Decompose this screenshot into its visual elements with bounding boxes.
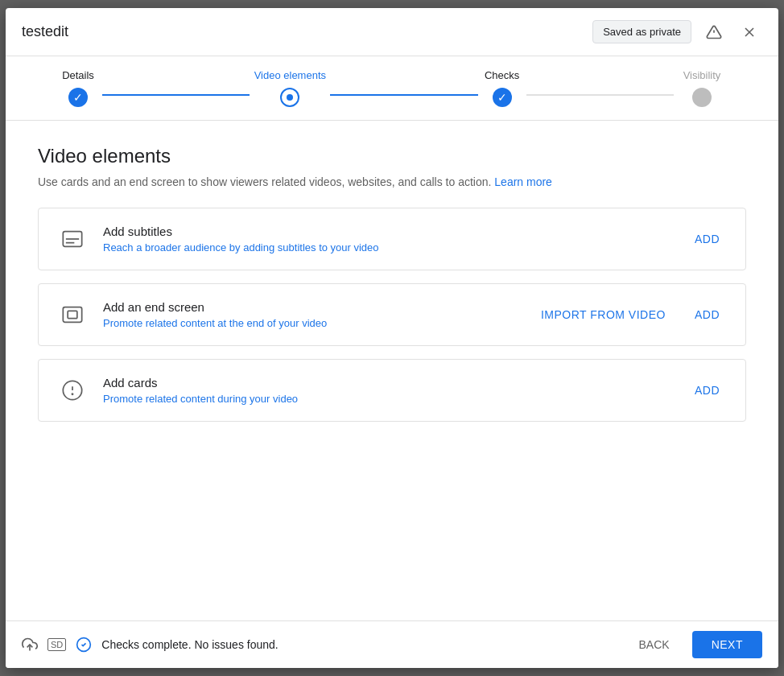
end-screen-title: Add an end screen — [103, 300, 518, 314]
page-description: Use cards and an end screen to show view… — [38, 175, 746, 188]
modal-title: testedit — [22, 23, 68, 40]
step-checks[interactable]: Checks ✓ — [478, 69, 526, 107]
saved-badge: Saved as private — [592, 20, 691, 43]
close-button[interactable] — [737, 19, 762, 45]
checkmark-icon-2: ✓ — [497, 91, 507, 104]
learn-more-link[interactable]: Learn more — [494, 175, 552, 188]
cards-add-button[interactable]: ADD — [688, 381, 726, 400]
card-cards: Add cards Promote related content during… — [38, 359, 746, 422]
header-actions: Saved as private — [592, 19, 762, 45]
subtitles-card-body: Add subtitles Reach a broader audience b… — [103, 225, 672, 254]
alert-icon-button[interactable] — [701, 19, 727, 45]
alert-icon — [706, 24, 722, 40]
cards-card-body: Add cards Promote related content during… — [103, 376, 672, 405]
footer-right: BACK NEXT — [626, 631, 762, 658]
cards-title: Add cards — [103, 376, 672, 390]
step-video-elements-circle — [280, 88, 299, 107]
checks-complete-icon — [76, 637, 92, 653]
step-visibility-label: Visibility — [683, 69, 721, 81]
end-screen-subtitle: Promote related content at the end of yo… — [103, 317, 518, 329]
step-details-label: Details — [62, 69, 94, 81]
import-from-video-button[interactable]: IMPORT FROM VIDEO — [534, 305, 672, 324]
cards-subtitle: Promote related content during your vide… — [103, 393, 672, 405]
end-screen-actions: IMPORT FROM VIDEO ADD — [534, 305, 726, 324]
modal-header: testedit Saved as private — [6, 8, 778, 56]
subtitles-subtitle: Reach a broader audience by adding subti… — [103, 241, 672, 254]
card-end-screen: Add an end screen Promote related conten… — [38, 283, 746, 346]
connector-2 — [330, 94, 477, 96]
footer-status: Checks complete. No issues found. — [101, 638, 278, 651]
subtitles-title: Add subtitles — [103, 225, 672, 238]
subtitles-icon — [58, 225, 87, 254]
main-content: Video elements Use cards and an end scre… — [6, 121, 778, 620]
step-checks-circle: ✓ — [493, 88, 512, 107]
active-dot — [287, 94, 293, 101]
svg-point-11 — [72, 394, 72, 394]
subtitles-actions: ADD — [688, 229, 726, 249]
modal-footer: SD Checks complete. No issues found. BAC… — [6, 620, 778, 668]
modal: testedit Saved as private D — [6, 8, 778, 668]
end-screen-icon — [58, 300, 87, 329]
card-subtitles: Add subtitles Reach a broader audience b… — [38, 208, 746, 270]
checkmark-icon: ✓ — [73, 91, 83, 104]
subtitles-add-button[interactable]: ADD — [688, 229, 726, 249]
upload-icon — [22, 637, 38, 653]
next-button[interactable]: NEXT — [692, 631, 762, 658]
stepper: Details ✓ Video elements Checks ✓ — [6, 56, 778, 121]
step-checks-label: Checks — [485, 69, 519, 81]
stepper-bottom-spacer — [54, 107, 730, 120]
step-video-elements[interactable]: Video elements — [250, 69, 330, 107]
step-details-circle: ✓ — [68, 88, 88, 107]
footer-left: SD Checks complete. No issues found. — [22, 637, 279, 653]
close-icon — [741, 24, 757, 40]
connector-3 — [526, 94, 674, 96]
page-title: Video elements — [38, 145, 746, 167]
step-visibility-circle — [692, 88, 712, 107]
end-screen-card-body: Add an end screen Promote related conten… — [103, 300, 518, 329]
svg-rect-8 — [68, 311, 77, 318]
end-screen-add-button[interactable]: ADD — [688, 305, 726, 324]
sd-icon: SD — [47, 638, 66, 651]
back-button[interactable]: BACK — [626, 632, 683, 657]
description-text: Use cards and an end screen to show view… — [38, 175, 491, 188]
cards-actions: ADD — [688, 381, 726, 400]
step-details[interactable]: Details ✓ — [54, 69, 102, 107]
stepper-row: Details ✓ Video elements Checks ✓ — [54, 69, 730, 107]
svg-rect-7 — [63, 307, 81, 323]
step-video-elements-label: Video elements — [254, 69, 326, 81]
connector-1 — [102, 94, 250, 96]
cards-icon — [58, 376, 87, 405]
step-visibility[interactable]: Visibility — [674, 69, 730, 107]
